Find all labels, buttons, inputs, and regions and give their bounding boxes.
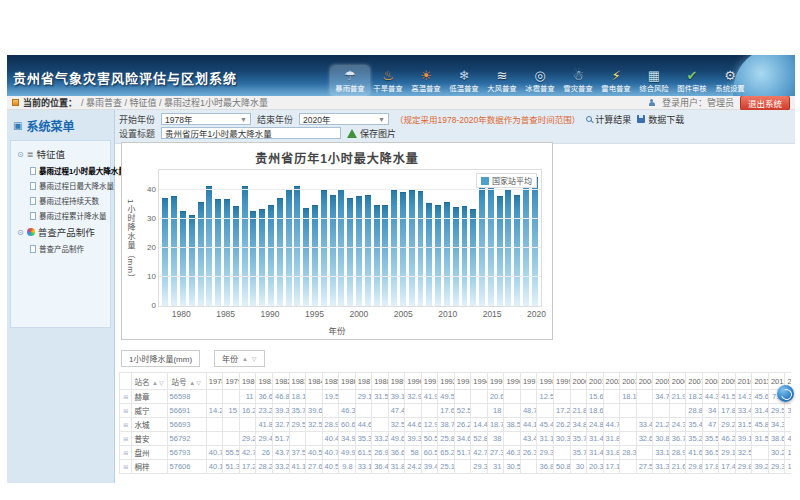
- sort-arrows-icon[interactable]: ▲ ▽: [242, 355, 257, 362]
- table-cell: 11: [239, 390, 256, 404]
- chevron-down-icon: ▼: [378, 116, 385, 123]
- row-expand-icon[interactable]: ⊞: [120, 432, 132, 446]
- bar-2016: [497, 196, 503, 306]
- table-cell: [471, 404, 488, 418]
- year-header-1994: 1994: [471, 373, 488, 390]
- nav-item-lightning[interactable]: ⚡雷电普查: [597, 66, 635, 95]
- sidebar-group[interactable]: ⊙普查产品制作: [13, 223, 108, 241]
- table-cell: 46.8: [272, 390, 289, 404]
- table-cell: 17.8: [702, 460, 719, 474]
- sidebar-item[interactable]: 暴雨过程1小时最大降水量: [13, 163, 108, 178]
- end-year-select[interactable]: 2020年 ▼: [299, 113, 389, 125]
- table-cell: 35.1: [785, 404, 791, 418]
- nav-item-high-temp[interactable]: ☀高温普查: [407, 66, 445, 95]
- year-header-2006: 2006: [669, 373, 686, 390]
- table-cell: 18.1: [620, 390, 637, 404]
- sidebar-item[interactable]: 暴雨过程日最大降水量: [13, 178, 108, 193]
- table-cell: 17.6: [438, 404, 455, 418]
- bar-1989: [259, 209, 265, 306]
- table-cell: 31.4: [587, 446, 604, 460]
- sidebar-item-label: 暴雨过程累计降水量: [39, 210, 107, 221]
- bar-column: [319, 170, 328, 306]
- bar-2009: [435, 205, 441, 306]
- table-cell: 31.8: [603, 432, 620, 446]
- expand-toggle-icon[interactable]: ⊙: [17, 228, 24, 237]
- bar-column: [240, 170, 249, 306]
- table-cell: 29.3: [537, 446, 554, 460]
- bar-2019: [523, 174, 529, 306]
- table-cell: 44.1: [520, 418, 537, 432]
- table-cell: 18: [487, 404, 504, 418]
- app-window: 贵州省气象灾害风险评估与区划系统 ☂暴雨普查♨干旱普查☀高温普查❄低温普查≋大风…: [7, 55, 795, 483]
- table-cell: 34: [702, 404, 719, 418]
- table-cell: 19.5: [322, 390, 339, 404]
- year-header-1996: 1996: [504, 373, 521, 390]
- sort-arrows-icon[interactable]: ▲▽: [149, 380, 164, 386]
- sidebar-item[interactable]: 暴雨过程累计降水量: [13, 208, 108, 223]
- floating-widget-icon[interactable]: [777, 385, 794, 402]
- filter-chip-label: 年份: [222, 353, 238, 364]
- x-tick-label: 1990: [261, 309, 280, 319]
- table-cell: 38.6: [768, 432, 785, 446]
- nav-item-map-review[interactable]: ✔图件审核: [673, 66, 711, 95]
- bar-2011: [453, 207, 459, 306]
- nav-item-low-temp[interactable]: ❄低温普查: [445, 66, 483, 95]
- filter-chip-1[interactable]: 年份▲ ▽: [214, 350, 265, 367]
- bar-column: [293, 170, 302, 306]
- year-header-2003: 2003: [620, 373, 637, 390]
- sort-arrows-icon[interactable]: ▲▽: [187, 380, 202, 386]
- grid-line: [159, 276, 541, 277]
- logout-button[interactable]: 退出系统: [740, 95, 790, 111]
- station-id-header[interactable]: 站号 ▲▽: [167, 373, 206, 390]
- nav-item-wind[interactable]: ≋大风普查: [483, 66, 521, 95]
- sidebar-item[interactable]: 暴雨过程持续天数: [13, 193, 108, 208]
- nav-item-drought[interactable]: ♨干旱普查: [369, 66, 407, 95]
- filter-chip-0[interactable]: 1小时降水量(mm): [121, 350, 200, 367]
- row-expand-icon[interactable]: ⊞: [120, 446, 132, 460]
- nav-item-settings[interactable]: ⚙系统设置: [711, 66, 749, 95]
- breadcrumb-trail: / 暴雨普查 / 特征值 / 暴雨过程1小时最大降水量: [81, 96, 268, 109]
- nav-item-snow-disaster[interactable]: ☃雪灾普查: [559, 66, 597, 95]
- station-name-header[interactable]: 站名 ▲▽: [132, 373, 167, 390]
- nav-item-rainstorm[interactable]: ☂暴雨普查: [331, 66, 369, 95]
- table-filters: 1小时降水量(mm)年份▲ ▽: [121, 350, 793, 367]
- bar-column: [161, 170, 170, 306]
- table-cell: [653, 404, 670, 418]
- start-year-select[interactable]: 1978年 ▼: [161, 113, 251, 125]
- table-cell: 34.9: [339, 432, 356, 446]
- row-expand-icon[interactable]: ⊞: [120, 460, 132, 474]
- row-expand-icon[interactable]: ⊞: [120, 404, 132, 418]
- table-zone: 1小时降水量(mm)年份▲ ▽ 站名 ▲▽站号 ▲▽19781979198019…: [119, 348, 793, 474]
- nav-item-risk-calculator[interactable]: ▦综合风险: [635, 66, 673, 95]
- nav-item-hail[interactable]: ◎冰雹普查: [521, 66, 559, 95]
- table-cell: 36.7: [669, 432, 686, 446]
- grid-line: [159, 247, 541, 248]
- table-cell: 18.1: [289, 390, 306, 404]
- bar-column: [249, 170, 258, 306]
- bar-2018: [514, 195, 520, 306]
- sidebar-group[interactable]: ⊙≣特征值: [13, 145, 108, 163]
- end-year-value: 2020年: [303, 113, 330, 125]
- download-button[interactable]: 数据下载: [637, 113, 684, 126]
- table-cell: 28.9: [322, 418, 339, 432]
- chart-title-input[interactable]: [161, 127, 341, 139]
- year-header-1989: 1989: [388, 373, 405, 390]
- table-cell: 52.8: [471, 432, 488, 446]
- table-cell: 33.1: [355, 460, 372, 474]
- save-image-button[interactable]: 保存图片: [347, 127, 396, 140]
- table-cell: 34.6: [454, 432, 471, 446]
- expand-toggle-icon[interactable]: ⊙: [17, 150, 24, 159]
- row-expand-icon[interactable]: ⊞: [120, 418, 132, 432]
- main-panel: 开始年份 1978年 ▼ 结束年份 2020年 ▼ （规定采用1978-2020…: [115, 110, 795, 483]
- table-cell: 25.1: [438, 460, 455, 474]
- y-tick-label: 30: [147, 214, 156, 223]
- year-header-1985: 1985: [322, 373, 339, 390]
- login-user-label: 登录用户：管理员: [662, 96, 734, 109]
- row-expand-icon[interactable]: ⊞: [120, 390, 132, 404]
- table-cell: 65.2: [438, 446, 455, 460]
- table-cell: 28.9: [669, 446, 686, 460]
- calculate-button[interactable]: 计算结果: [586, 113, 631, 126]
- sidebar-item[interactable]: 普查产品制作: [13, 241, 108, 256]
- table-cell: 47.4: [388, 404, 405, 418]
- bar-2020: [532, 177, 538, 306]
